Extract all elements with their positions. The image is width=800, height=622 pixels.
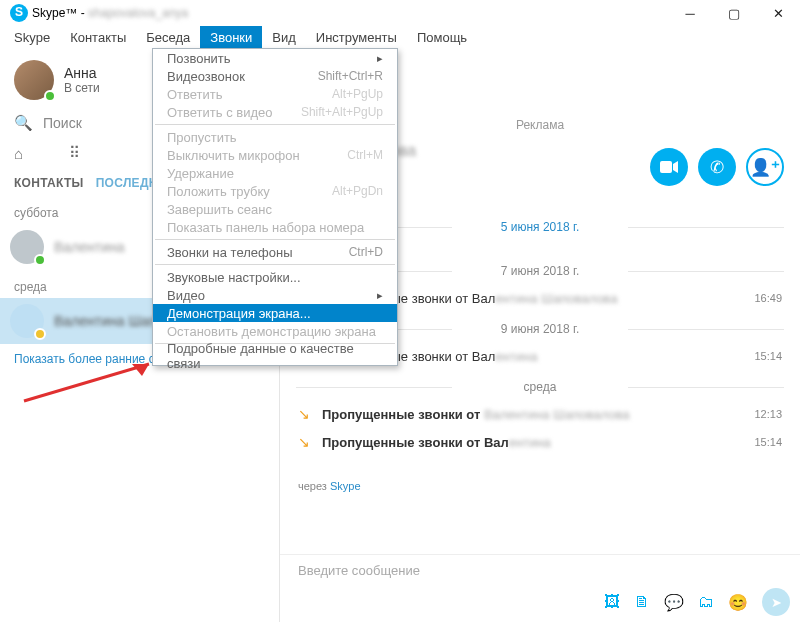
menu-item: Завершить сеанс [153, 200, 397, 218]
menu-tools[interactable]: Инструменты [306, 26, 407, 48]
menu-conversation[interactable]: Беседа [136, 26, 200, 48]
menu-view[interactable]: Вид [262, 26, 306, 48]
menu-item: Пропустить [153, 128, 397, 146]
submenu-arrow-icon: ▸ [377, 289, 383, 302]
contact-name: Валентина Шап [54, 313, 157, 329]
audio-call-button[interactable]: ✆ [698, 148, 736, 186]
svg-rect-2 [660, 161, 672, 173]
call-time: 15:14 [754, 436, 782, 448]
dialpad-icon[interactable]: ⠿ [69, 144, 80, 162]
status-online-icon [44, 90, 56, 102]
home-icon[interactable]: ⌂ [14, 145, 23, 162]
app-title: Skype™ - shapovalova_anya [32, 6, 188, 20]
menu-item: Остановить демонстрацию экрана [153, 322, 397, 340]
search-placeholder: Поиск [43, 115, 82, 131]
close-button[interactable]: ✕ [756, 0, 800, 26]
menu-item: Положить трубкуAlt+PgDn [153, 182, 397, 200]
message-input[interactable]: Введите сообщение [280, 554, 800, 586]
titlebar: Skype™ - shapovalova_anya ─ ▢ ✕ [0, 0, 800, 26]
menu-skype[interactable]: Skype [4, 26, 60, 48]
menu-help[interactable]: Помощь [407, 26, 477, 48]
menu-item[interactable]: Видео▸ [153, 286, 397, 304]
contact-name: Валентина [54, 239, 125, 255]
call-text: Пропущенные звонки от Валентина Шаповало… [322, 407, 629, 422]
add-contact-button[interactable]: 👤⁺ [746, 148, 784, 186]
emoji-icon[interactable]: 😊 [728, 593, 748, 612]
missed-call-icon: ↘ [298, 434, 310, 450]
menu-item[interactable]: ВидеозвонокShift+Ctrl+R [153, 67, 397, 85]
menu-item[interactable]: Звуковые настройки... [153, 268, 397, 286]
profile-name: Анна [64, 65, 100, 81]
menu-item: Выключить микрофонCtrl+M [153, 146, 397, 164]
menubar: Skype Контакты Беседа Звонки Вид Инструм… [0, 26, 800, 48]
image-icon[interactable]: 🖼 [604, 593, 620, 611]
menu-item: Ответить с видеоShift+Alt+PgUp [153, 103, 397, 121]
avatar [14, 60, 54, 100]
video-call-button[interactable] [650, 148, 688, 186]
maximize-button[interactable]: ▢ [712, 0, 756, 26]
svg-marker-3 [673, 161, 678, 173]
call-text: Пропущенные звонки от Валентина [322, 435, 551, 450]
menu-item[interactable]: Подробные данные о качестве связи [153, 347, 397, 365]
call-action-buttons: ✆ 👤⁺ [650, 148, 784, 186]
submenu-arrow-icon: ▸ [377, 52, 383, 65]
tab-contacts[interactable]: КОНТАКТЫ [14, 176, 84, 190]
send-button[interactable]: ➤ [762, 588, 790, 616]
menu-item[interactable]: Звонки на телефоныCtrl+D [153, 243, 397, 261]
menu-item: Показать панель набора номера [153, 218, 397, 236]
missed-call-entry[interactable]: ↘ Пропущенные звонки от Валентина Шапова… [280, 400, 800, 428]
menu-item[interactable]: Позвонить▸ [153, 49, 397, 67]
menu-item: ОтветитьAlt+PgUp [153, 85, 397, 103]
menu-contacts[interactable]: Контакты [60, 26, 136, 48]
call-time: 16:49 [754, 292, 782, 304]
calls-dropdown[interactable]: Позвонить▸ВидеозвонокShift+Ctrl+RОтветит… [152, 48, 398, 366]
menu-item: Удержание [153, 164, 397, 182]
contact-avatar [10, 304, 44, 338]
compose-toolbar: 🖼 🗎 💬 🗂 😊 ➤ [604, 588, 790, 616]
status-away-icon [34, 328, 46, 340]
skype-logo-icon [10, 4, 28, 22]
contact-card-icon[interactable]: 🗂 [698, 593, 714, 611]
call-time: 12:13 [754, 408, 782, 420]
file-icon[interactable]: 🗎 [634, 593, 650, 611]
missed-call-icon: ↘ [298, 406, 310, 422]
call-time: 15:14 [754, 350, 782, 362]
profile-status: В сети [64, 81, 100, 95]
search-icon: 🔍 [14, 114, 33, 132]
video-message-icon[interactable]: 💬 [664, 593, 684, 612]
status-online-icon [34, 254, 46, 266]
contact-avatar [10, 230, 44, 264]
date-separator: среда [280, 380, 800, 394]
window-controls: ─ ▢ ✕ [668, 0, 800, 26]
via-skype: через Skype [280, 474, 800, 498]
minimize-button[interactable]: ─ [668, 0, 712, 26]
menu-calls[interactable]: Звонки [200, 26, 262, 48]
menu-item[interactable]: Демонстрация экрана... [153, 304, 397, 322]
missed-call-entry[interactable]: ↘ Пропущенные звонки от Валентина 15:14 [280, 428, 800, 456]
